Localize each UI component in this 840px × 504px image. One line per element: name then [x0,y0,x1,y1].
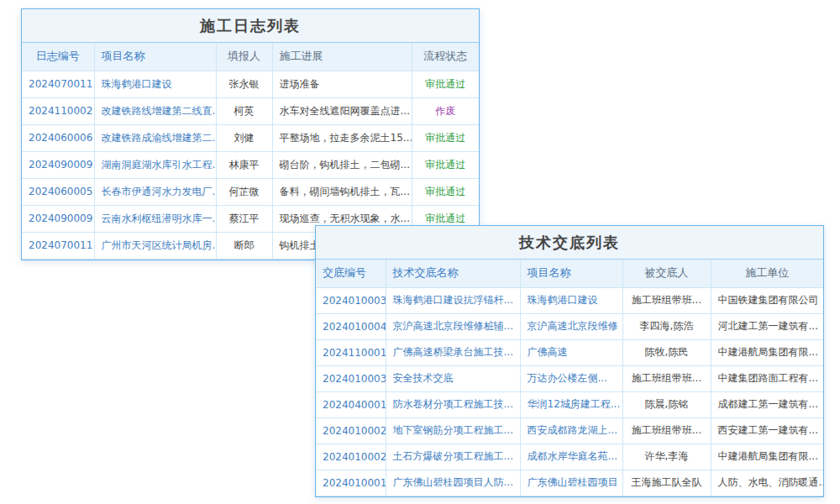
tech-cell-project[interactable]: 华润12城房建工程... [520,391,622,417]
tech-cell-name[interactable]: 珠海鹤港口建设抗浮锚杆... [386,287,520,313]
log-cell-progress: 备料，砌间墙钩机排土，瓦... [272,178,412,205]
log-cell-filler: 张永银 [216,71,272,97]
log-cell-id[interactable]: 2024070011 [22,232,94,259]
tech-cell-unit: 成都建工第一建筑有... [711,391,823,417]
log-cell-status: 审批通过 [412,178,479,205]
tech-cell-project[interactable]: 京沪高速北京段维修 [520,313,622,339]
log-cell-filler: 林康平 [216,151,272,178]
tech-cell-project[interactable]: 广东佛山碧桂园项目 [520,470,622,496]
log-cell-id[interactable]: 2024090009 [22,151,94,178]
tech-table-row: 2024010003珠海鹤港口建设抗浮锚杆...珠海鹤港口建设施工班组带班...… [316,287,823,313]
tech-cell-project[interactable]: 西安成都路龙湖上... [520,417,622,444]
log-cell-status: 审批通过 [412,124,479,151]
tech-cell-person: 王海施工队全队 [622,470,711,496]
tech-table-row: 2024010001广东佛山碧桂园项目人防...广东佛山碧桂园项目王海施工队全队… [316,470,823,496]
tech-table-row: 2024010002地下室钢筋分项工程施工...西安成都路龙湖上...施工班组带… [316,417,823,444]
tech-cell-unit: 人防、水电、消防暖通... [711,470,823,496]
tech-cell-name[interactable]: 防水卷材分项工程施工技... [386,391,520,417]
tech-table-row: 2024110001广佛高速桥梁承台施工技...广佛高速陈牧,陈民中建港航局集团… [316,339,823,365]
tech-cell-name[interactable]: 广东佛山碧桂园项目人防... [386,470,520,496]
tech-cell-person: 陈晨,陈铭 [622,391,711,417]
log-column-header-status: 流程状态 [412,43,479,71]
log-table-row: 2024090009湖南洞庭湖水库引水工程...林康平砌台阶，钩机排土，二包砌.… [22,151,479,178]
log-cell-filler: 刘健 [216,124,272,151]
log-cell-id[interactable]: 2024110002 [22,97,94,124]
tech-cell-unit: 中国铁建集团有限公司 [711,287,823,313]
tech-table-row: 2024040001防水卷材分项工程施工技...华润12城房建工程...陈晨,陈… [316,391,823,417]
log-cell-progress: 进场准备 [272,71,412,97]
log-cell-status: 审批通过 [412,71,479,97]
page: { "colors": { "panel_border": "#6db4e8",… [0,0,840,504]
log-cell-filler: 柯英 [216,97,272,124]
tech-column-header-project: 项目名称 [520,260,622,287]
log-cell-progress: 平整场地，拉走多余泥土15... [272,124,412,151]
log-table-row: 2024070011珠海鹤港口建设张永银进场准备审批通过 [22,71,479,97]
log-cell-project[interactable]: 湖南洞庭湖水库引水工程... [94,151,216,178]
tech-table-row: 2024010003安全技术交底万达办公楼左侧...施工班组带班...中建集团路… [316,365,823,391]
tech-table-body: 2024010003珠海鹤港口建设抗浮锚杆...珠海鹤港口建设施工班组带班...… [316,287,823,496]
tech-cell-name[interactable]: 广佛高速桥梁承台施工技... [386,339,520,365]
tech-column-header-id: 交底编号 [316,260,386,287]
log-cell-project[interactable]: 改建铁路成渝线增建第二... [94,124,216,151]
tech-cell-project[interactable]: 珠海鹤港口建设 [520,287,622,313]
log-cell-project[interactable]: 珠海鹤港口建设 [94,71,216,97]
tech-table-row: 2024010004京沪高速北京段维修桩辅...京沪高速北京段维修李四海,陈浩河… [316,313,823,339]
technical-disclosure-panel-title: 技术交底列表 [316,226,823,260]
tech-cell-id[interactable]: 2024010003 [316,365,386,391]
log-cell-filler: 何芷微 [216,178,272,205]
log-cell-filler: 蔡江平 [216,205,272,232]
log-table-row: 2024060005长春市伊通河水力发电厂...何芷微备料，砌间墙钩机排土，瓦.… [22,178,479,205]
construction-log-panel: 施工日志列表 日志编号项目名称填报人施工进展流程状态 2024070011珠海鹤… [21,8,480,260]
tech-cell-id[interactable]: 2024010001 [316,470,386,496]
log-cell-project[interactable]: 长春市伊通河水力发电厂... [94,178,216,205]
tech-cell-unit: 河北建工第一建筑有... [711,313,823,339]
log-cell-status: 作废 [412,97,479,124]
tech-cell-name[interactable]: 京沪高速北京段维修桩辅... [386,313,520,339]
tech-cell-project[interactable]: 广佛高速 [520,339,622,365]
log-cell-filler: 断郎 [216,232,272,259]
technical-disclosure-panel: 技术交底列表 交底编号技术交底名称项目名称被交底人施工单位 2024010003… [315,225,824,497]
log-cell-id[interactable]: 2024090009 [22,205,94,232]
tech-cell-person: 许华,李海 [622,444,711,470]
tech-cell-unit: 中建港航局集团有限... [711,339,823,365]
tech-cell-person: 施工班组带班... [622,365,711,391]
log-table-row: 2024110002改建铁路线增建第二线直...柯英水车对全线遮阳网覆盖点进..… [22,97,479,124]
tech-table-header-row: 交底编号技术交底名称项目名称被交底人施工单位 [316,260,823,287]
log-table-row: 2024060006改建铁路成渝线增建第二...刘健平整场地，拉走多余泥土15.… [22,124,479,151]
log-column-header-id: 日志编号 [22,43,94,71]
log-cell-project[interactable]: 云南水利枢纽潜明水库一... [94,205,216,232]
log-cell-progress: 砌台阶，钩机排土，二包砌... [272,151,412,178]
log-cell-status: 审批通过 [412,151,479,178]
log-cell-id[interactable]: 2024060006 [22,124,94,151]
tech-cell-id[interactable]: 2024110001 [316,339,386,365]
log-column-header-filler: 填报人 [216,43,272,71]
tech-column-header-name: 技术交底名称 [386,260,520,287]
tech-table-row: 2024010002土石方爆破分项工程施工...成都水岸华庭名苑...许华,李海… [316,444,823,470]
tech-cell-person: 李四海,陈浩 [622,313,711,339]
tech-cell-id[interactable]: 2024010002 [316,417,386,444]
technical-disclosure-table: 交底编号技术交底名称项目名称被交底人施工单位 2024010003珠海鹤港口建设… [316,260,823,496]
log-cell-project[interactable]: 改建铁路线增建第二线直... [94,97,216,124]
tech-cell-person: 施工班组带班... [622,417,711,444]
tech-cell-unit: 中建集团路面工程有... [711,365,823,391]
tech-cell-name[interactable]: 安全技术交底 [386,365,520,391]
tech-cell-unit: 西安建工第一建筑有... [711,417,823,444]
tech-cell-id[interactable]: 2024010002 [316,444,386,470]
tech-column-header-unit: 施工单位 [711,260,823,287]
tech-cell-project[interactable]: 万达办公楼左侧... [520,365,622,391]
log-cell-id[interactable]: 2024070011 [22,71,94,97]
tech-cell-id[interactable]: 2024010003 [316,287,386,313]
log-cell-id[interactable]: 2024060005 [22,178,94,205]
construction-log-panel-title: 施工日志列表 [22,9,479,43]
tech-column-header-person: 被交底人 [622,260,711,287]
tech-cell-unit: 中建港航局集团有限... [711,444,823,470]
log-cell-project[interactable]: 广州市天河区统计局机房... [94,232,216,259]
tech-cell-id[interactable]: 2024010004 [316,313,386,339]
log-table-header-row: 日志编号项目名称填报人施工进展流程状态 [22,43,479,71]
tech-cell-name[interactable]: 地下室钢筋分项工程施工... [386,417,520,444]
log-column-header-progress: 施工进展 [272,43,412,71]
tech-cell-project[interactable]: 成都水岸华庭名苑... [520,444,622,470]
log-column-header-project: 项目名称 [94,43,216,71]
tech-cell-id[interactable]: 2024040001 [316,391,386,417]
tech-cell-name[interactable]: 土石方爆破分项工程施工... [386,444,520,470]
